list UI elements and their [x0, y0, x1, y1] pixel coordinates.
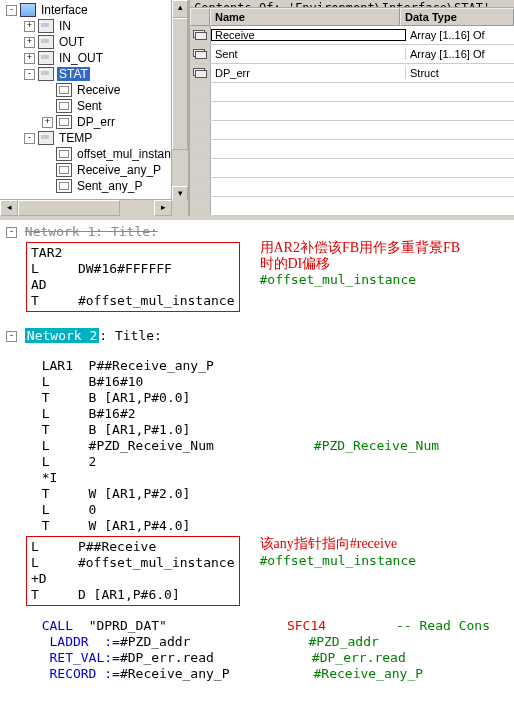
net1-annotation-line2: 时的DI偏移: [260, 256, 331, 272]
scroll-up-button[interactable]: ▴: [172, 0, 188, 18]
net2-laddr: LADDR :=#PZD_addr#PZD_addr: [26, 634, 512, 650]
interface-tree[interactable]: -Interface+IN+OUT+IN_OUT-STATReceiveSent…: [2, 2, 188, 194]
grid-header: Name Data Type: [190, 8, 514, 26]
code-editor[interactable]: - Network 1: Title: TAR2 L DW#16#FFFFFF …: [0, 220, 514, 684]
table-row[interactable]: ReceiveArray [1..16] Of: [190, 26, 514, 45]
struct-icon: [193, 68, 207, 78]
net2-expander[interactable]: -: [6, 331, 17, 342]
io-icon: [38, 35, 54, 49]
cell-type[interactable]: Array [1..16] Of: [406, 48, 514, 60]
net2-record: RECORD :=#Receive_any_P#Receive_any_P: [26, 666, 512, 682]
contents-path: Contents Of: 'Environment\Interface\STAT…: [190, 0, 514, 8]
tree-node-receive[interactable]: Receive: [2, 82, 188, 98]
network-2: - Network 2: Title: LAR1 P##Receive_any_…: [6, 328, 512, 682]
net2-box-symbol: #offset_mul_instance: [260, 552, 417, 569]
tree-node-in[interactable]: +IN: [2, 18, 188, 34]
net2-title-suffix: : Title:: [99, 328, 162, 343]
var-icon: [56, 147, 72, 161]
net2-retval: RET_VAL:=#DP_err.read#DP_err.read: [26, 650, 512, 666]
net2-call: CALL "DPRD_DAT"SFC14-- Read Cons: [26, 618, 512, 634]
grid-header-icon: [190, 8, 210, 26]
table-row-empty: [190, 83, 514, 102]
table-row-empty: [190, 159, 514, 178]
cell-type[interactable]: Array [1..16] Of: [406, 29, 514, 41]
table-row-empty: [190, 102, 514, 121]
table-row-empty: [190, 121, 514, 140]
net1-annotation-line1: 用AR2补偿该FB用作多重背景FB: [260, 240, 513, 256]
var-icon: [56, 83, 72, 97]
net2-code-top: LAR1 P##Receive_any_P L B#16#10 T B [AR1…: [26, 358, 512, 438]
scroll-thumb-horizontal[interactable]: [18, 200, 120, 216]
tree-expander[interactable]: +: [24, 37, 35, 48]
tree-label[interactable]: offset_mul_instance: [75, 147, 186, 161]
net1-symbol: #offset_mul_instance: [260, 272, 417, 287]
net2-label: Network 2: [25, 328, 99, 343]
tree-label[interactable]: Sent: [75, 99, 104, 113]
net2-line-pzd: L #PZD_Receive_Num#PZD_Receive_Num: [26, 438, 512, 454]
tree-expander[interactable]: +: [24, 53, 35, 64]
tree-node-stat[interactable]: -STAT: [2, 66, 188, 82]
grid-header-type[interactable]: Data Type: [400, 8, 514, 26]
cell-name[interactable]: Sent: [211, 48, 406, 60]
tree-node-interface[interactable]: -Interface: [2, 2, 188, 18]
tree-scrollbar-horizontal[interactable]: ◂ ▸: [0, 199, 172, 216]
scroll-right-button[interactable]: ▸: [154, 200, 172, 216]
tree-node-in_out[interactable]: +IN_OUT: [2, 50, 188, 66]
scroll-thumb-vertical[interactable]: [172, 18, 188, 150]
tree-pane: -Interface+IN+OUT+IN_OUT-STATReceiveSent…: [0, 0, 190, 216]
network-1: - Network 1: Title: TAR2 L DW#16#FFFFFF …: [6, 224, 512, 314]
table-row[interactable]: DP_errStruct: [190, 64, 514, 83]
var-icon: [56, 115, 72, 129]
tree-node-sent_any_p[interactable]: Sent_any_P: [2, 178, 188, 194]
table-row-empty: [190, 178, 514, 197]
tree-expander[interactable]: -: [24, 133, 35, 144]
tree-label[interactable]: OUT: [57, 35, 86, 49]
iface-icon: [20, 3, 36, 17]
net1-code: TAR2 L DW#16#FFFFFF AD T #offset_mul_ins…: [31, 245, 235, 309]
tree-label[interactable]: Receive_any_P: [75, 163, 163, 177]
tree-node-receive_any_p[interactable]: Receive_any_P: [2, 162, 188, 178]
io-icon: [38, 67, 54, 81]
cell-name[interactable]: Receive: [211, 29, 406, 41]
tree-node-sent[interactable]: Sent: [2, 98, 188, 114]
net1-title: Network 1: Title:: [25, 224, 158, 239]
tree-label[interactable]: TEMP: [57, 131, 94, 145]
tree-node-out[interactable]: +OUT: [2, 34, 188, 50]
tree-label[interactable]: DP_err: [75, 115, 117, 129]
io-icon: [38, 51, 54, 65]
tree-label[interactable]: STAT: [57, 67, 90, 81]
var-icon: [56, 163, 72, 177]
tree-node-offset_mul_instance[interactable]: offset_mul_instance: [2, 146, 188, 162]
tree-label[interactable]: Receive: [75, 83, 122, 97]
tree-label[interactable]: Sent_any_P: [75, 179, 144, 193]
grid-body[interactable]: ReceiveArray [1..16] OfSentArray [1..16]…: [190, 26, 514, 216]
tree-label[interactable]: IN_OUT: [57, 51, 105, 65]
cell-name[interactable]: DP_err: [211, 67, 406, 79]
tree-expander[interactable]: +: [42, 117, 53, 128]
net2-annotation: 该any指针指向#receive: [260, 536, 417, 552]
tree-node-dp_err[interactable]: +DP_err: [2, 114, 188, 130]
tree-expander[interactable]: -: [6, 5, 17, 16]
net1-code-box: TAR2 L DW#16#FFFFFF AD T #offset_mul_ins…: [26, 242, 240, 312]
var-icon: [56, 179, 72, 193]
tree-expander[interactable]: -: [24, 69, 35, 80]
table-row[interactable]: SentArray [1..16] Of: [190, 45, 514, 64]
io-icon: [38, 19, 54, 33]
scroll-left-button[interactable]: ◂: [0, 200, 18, 216]
tree-label[interactable]: Interface: [39, 3, 90, 17]
tree-scrollbar-vertical[interactable]: ▴ ▾: [171, 0, 188, 200]
cell-type[interactable]: Struct: [406, 67, 514, 79]
table-row-empty: [190, 140, 514, 159]
struct-icon: [193, 49, 207, 59]
tree-expander[interactable]: +: [24, 21, 35, 32]
table-row-empty: [190, 197, 514, 216]
var-icon: [56, 99, 72, 113]
net1-expander[interactable]: -: [6, 227, 17, 238]
tree-label[interactable]: IN: [57, 19, 73, 33]
tree-node-temp[interactable]: -TEMP: [2, 130, 188, 146]
struct-icon: [193, 30, 207, 40]
io-icon: [38, 131, 54, 145]
net2-box-code: L P##Receive L #offset_mul_instance +D T…: [31, 539, 235, 603]
net2-code-mid: L 2 *I T W [AR1,P#2.0] L 0 T W [AR1,P#4.…: [26, 454, 512, 534]
grid-header-name[interactable]: Name: [210, 8, 400, 26]
